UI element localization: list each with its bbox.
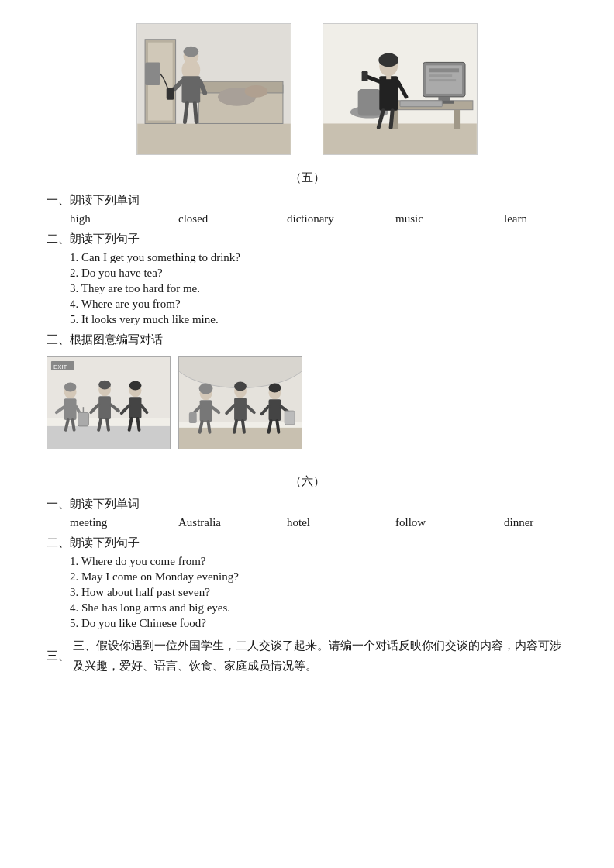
sentence-6-5: 5. Do you like Chinese food?	[70, 617, 567, 630]
dialogue-img-5-2	[178, 356, 302, 450]
section-5-part3-header: 三、根据图意编写对话	[47, 332, 567, 347]
section-5-part1-header: 一、朗读下列单词	[47, 193, 567, 208]
section-6-title: （六）	[47, 474, 567, 489]
svg-line-70	[138, 418, 140, 430]
section-5-vocab: high closed dictionary music learn	[70, 212, 567, 226]
top-illustrations	[47, 23, 567, 155]
section-5-sentences: 1. Can I get you something to drink? 2. …	[70, 251, 567, 326]
section-6-sentences: 1. Where do you come from? 2. May I come…	[70, 555, 567, 630]
svg-line-81	[209, 422, 210, 432]
vocab-hotel: hotel	[287, 516, 349, 529]
svg-rect-31	[400, 101, 442, 107]
svg-rect-26	[429, 68, 460, 72]
section-5-title: （五）	[47, 170, 567, 185]
svg-point-84	[234, 381, 247, 391]
svg-point-91	[269, 383, 281, 392]
vocab-high: high	[70, 212, 132, 226]
vocab-meeting: meeting	[70, 516, 132, 529]
sentence-5-3: 3. They are too hard for me.	[70, 282, 567, 295]
svg-rect-82	[189, 412, 197, 423]
section-6: （六） 一、朗读下列单词 meeting Australia hotel fol…	[47, 474, 567, 676]
vocab-music: music	[395, 212, 457, 226]
vocab-dictionary: dictionary	[287, 212, 349, 226]
svg-rect-36	[379, 76, 398, 110]
svg-point-58	[98, 380, 111, 389]
sentence-6-2: 2. May I come on Monday evening?	[70, 570, 567, 584]
illustration-1	[136, 23, 291, 155]
sentence-5-2: 2. Do you have tea?	[70, 267, 567, 280]
svg-line-42	[391, 111, 392, 128]
sentence-5-5: 5. It looks very much like mine.	[70, 313, 567, 326]
svg-rect-66	[129, 397, 142, 418]
svg-line-17	[195, 103, 196, 122]
section-6-part3-text: 三、假设你遇到一位外国学生，二人交谈了起来。请编一个对话反映你们交谈的内容，内容…	[73, 636, 567, 676]
svg-line-97	[277, 421, 278, 432]
svg-point-49	[64, 382, 77, 391]
section-5-part2-label: 二、朗读下列句子	[47, 232, 140, 246]
sentence-6-1: 1. Where do you come from?	[70, 555, 567, 568]
svg-rect-85	[234, 398, 247, 421]
vocab-follow: follow	[395, 516, 457, 529]
sentence-6-3: 3. How about half past seven?	[70, 586, 567, 599]
svg-point-65	[129, 381, 142, 390]
svg-rect-2	[137, 123, 291, 154]
vocab-australia: Australia	[178, 516, 240, 529]
sentence-5-1: 1. Can I get you something to drink?	[70, 251, 567, 264]
section-5-part1-label: 一、朗读下列单词	[47, 193, 140, 208]
section-6-part3-label: 三、	[47, 649, 70, 663]
section-5-part2-header: 二、朗读下列句子	[47, 232, 567, 246]
section-6-part1-label: 一、朗读下列单词	[47, 497, 140, 512]
svg-rect-27	[429, 74, 453, 77]
svg-point-11	[183, 46, 198, 57]
sentence-6-4: 4. She has long arms and big eyes.	[70, 601, 567, 615]
svg-rect-92	[269, 399, 281, 421]
svg-rect-59	[98, 396, 111, 419]
section-5-part3-label: 三、根据图意编写对话	[47, 332, 163, 347]
svg-rect-40	[386, 74, 391, 79]
section-6-part1-header: 一、朗读下列单词	[47, 497, 567, 512]
svg-line-54	[73, 420, 74, 430]
svg-rect-77	[200, 400, 212, 422]
svg-line-16	[185, 103, 187, 122]
svg-rect-55	[78, 412, 89, 426]
dialogue-img-5-1: EXIT	[47, 356, 171, 450]
section-6-part3-header: 三、三、假设你遇到一位外国学生，二人交谈了起来。请编一个对话反映你们交谈的内容，…	[47, 636, 567, 676]
svg-rect-95	[285, 411, 295, 425]
svg-point-76	[199, 383, 213, 394]
svg-text:EXIT: EXIT	[53, 363, 67, 370]
section-6-vocab: meeting Australia hotel follow dinner	[70, 516, 567, 529]
svg-point-8	[245, 85, 268, 98]
section-6-part2-label: 二、朗读下列句子	[47, 536, 140, 550]
svg-rect-22	[454, 110, 460, 129]
vocab-learn: learn	[504, 212, 566, 226]
svg-rect-39	[362, 71, 368, 81]
dialogue-images-5: EXIT	[47, 356, 567, 450]
section-6-part2-header: 二、朗读下列句子	[47, 536, 567, 550]
svg-rect-74	[179, 428, 302, 450]
svg-rect-12	[181, 76, 200, 103]
vocab-closed: closed	[178, 212, 240, 226]
svg-line-89	[243, 421, 244, 432]
svg-rect-15	[167, 88, 174, 100]
svg-point-35	[378, 53, 398, 67]
vocab-dinner: dinner	[504, 516, 566, 529]
svg-rect-18	[145, 62, 160, 85]
sentence-5-4: 4. Where are you from?	[70, 298, 567, 311]
svg-line-63	[107, 419, 109, 430]
page-content: （五） 一、朗读下列单词 high closed dictionary musi…	[47, 23, 567, 676]
section-5: （五） 一、朗读下列单词 high closed dictionary musi…	[47, 170, 567, 450]
svg-rect-28	[429, 79, 457, 81]
svg-rect-50	[64, 398, 77, 420]
illustration-2	[323, 23, 478, 155]
svg-rect-33	[358, 89, 381, 116]
